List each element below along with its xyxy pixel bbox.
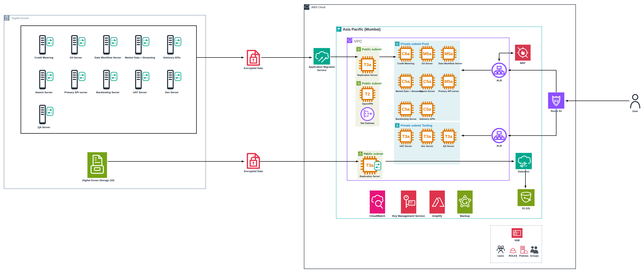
- datasync-label: Datasync: [509, 170, 538, 173]
- instance-type-label: C5a: [420, 74, 435, 89]
- encrypted-data-icon: [246, 153, 261, 169]
- iam-label: IAM: [502, 239, 532, 242]
- public-subnet-label: Public subnet: [362, 82, 382, 85]
- server-name: Advisory APIs: [157, 56, 187, 59]
- instance-name: Dev Server: [417, 145, 437, 148]
- nat-gateway-icon: [360, 107, 375, 121]
- cpu-chip-icon: M5a: [441, 46, 456, 61]
- public-subnet-label: Public subnet: [362, 48, 382, 51]
- ec2-instance-node: C5a Market Data + Streaming: [396, 74, 416, 93]
- s3-node: S3 (10): [511, 189, 541, 210]
- do-server-node: Market Data + Streaming: [125, 35, 155, 59]
- server-name: Primary API server: [61, 91, 91, 94]
- do-server-node: Primary API server: [61, 70, 91, 94]
- iam-node: IAM: [502, 228, 532, 242]
- do-server-node: UAT Server: [125, 70, 155, 94]
- s3-label: S3 (10): [511, 207, 541, 210]
- digital-ocean-label: Digital-Ocean: [12, 16, 29, 20]
- public-subnet-top: Public subnet T3a Replication Server: [356, 46, 380, 85]
- instance-type-label: M5a: [420, 46, 435, 61]
- iam-users-label: users: [494, 254, 507, 258]
- replication-server-node: T3a Replication Server: [357, 56, 378, 77]
- route53-icon: 53: [548, 92, 564, 109]
- encrypted-data-label: Encrypted Data: [238, 170, 268, 173]
- instance-name: Git Server: [417, 62, 437, 65]
- user-node: User: [620, 93, 644, 113]
- roles-hat-icon: [508, 247, 518, 254]
- waf-icon: [515, 45, 530, 61]
- do-server-node: Data Workflow Server: [93, 35, 123, 59]
- public-subnet-lock-icon: [356, 81, 361, 85]
- ec2-instance-node: T3a QA Server: [438, 129, 459, 148]
- cpu-chip-icon: T3a: [420, 129, 435, 144]
- region-flag-icon: [336, 27, 342, 32]
- groups-icon: [530, 246, 539, 254]
- alb-icon: [491, 62, 507, 78]
- server-icon: [130, 35, 150, 55]
- cpu-chip-icon: C5a: [420, 74, 435, 89]
- ec2-instance-node: C5a Backtesting Server: [396, 101, 416, 120]
- instance-name: Market Data + Streaming: [396, 90, 416, 93]
- route53-label: Route 53: [541, 109, 571, 113]
- svg-text:53: 53: [554, 99, 558, 103]
- instance-name: Replication Server: [357, 175, 383, 178]
- do-server-node: Git Server: [61, 35, 91, 59]
- encrypted-data-bottom-node: Encrypted Data: [238, 153, 268, 173]
- instance-type-label: T3a: [398, 129, 414, 144]
- cpu-chip-icon: M5a: [420, 46, 435, 61]
- private-subnet-prod-label: Private subnet Prod: [400, 42, 429, 46]
- waf-label: WAF: [508, 61, 538, 65]
- do-storage-label: Digital Ocean Storage (10): [82, 179, 112, 182]
- alb-top-node: ALB: [484, 62, 514, 82]
- server-icon: [162, 70, 182, 90]
- datasync-icon: [516, 153, 532, 169]
- instance-type-label: T3a: [359, 56, 376, 73]
- exchange-arrows-icon: [174, 37, 182, 46]
- ec2-instance-node: T3a Dev Server: [417, 129, 437, 148]
- exchange-arrows-icon: [110, 37, 118, 46]
- do-server-node: Backtesting Server: [93, 70, 123, 94]
- instance-name: Credit Metering: [396, 62, 416, 65]
- ec2-instance-node: T3a UAT Server: [396, 129, 416, 148]
- public-subnet-lock-icon: [358, 152, 362, 156]
- architecture-diagram: Digital-Ocean Credit Metering: [0, 0, 644, 274]
- do-server-node: Swarm Server: [29, 70, 59, 94]
- private-subnet-testing-label: Private subnet Testing: [400, 124, 432, 127]
- private-subnet-testing: Private subnet Testing T3a UAT Server: [394, 122, 460, 164]
- vpc-icon: [347, 38, 352, 43]
- users-icon: [496, 245, 505, 254]
- exchange-arrows-icon: [110, 72, 118, 81]
- backup-label: Backup: [447, 214, 482, 218]
- server-icon: [98, 35, 118, 55]
- cpu-chip-icon: T3a: [398, 129, 414, 144]
- instance-type-label: M5a: [441, 46, 456, 61]
- route53-node: 53 Route 53: [541, 92, 571, 113]
- ec2-instance-node: M5a Data Workflow Server: [438, 46, 459, 65]
- cpu-chip-icon: C5a: [398, 74, 414, 89]
- user-icon: [630, 93, 641, 109]
- cpu-chip-icon: C6a: [398, 46, 414, 61]
- exchange-arrows-icon: [174, 72, 182, 81]
- public-subnet-bottom: Public subnet T3a: [357, 150, 382, 179]
- exchange-arrows-icon: [46, 107, 54, 116]
- server-name: Data Workflow Server: [93, 56, 123, 59]
- datasync-node: Datasync: [509, 153, 538, 173]
- iam-roles-node: ROLES: [507, 247, 519, 258]
- private-subnet-lock-icon: [395, 123, 400, 128]
- iam-roles-label: ROLES: [507, 254, 519, 258]
- cpu-chip-icon: M5a: [441, 74, 456, 89]
- cpu-chip-icon: T3a: [359, 56, 376, 73]
- server-name: Market Data + Streaming: [125, 56, 155, 59]
- cloudwatch-icon: [370, 191, 385, 214]
- instance-name: OpenVPN: [357, 103, 378, 105]
- encrypted-data-top-node: Encrypted Data: [238, 50, 268, 70]
- do-storage-node: Digital Ocean Storage (10): [82, 152, 112, 182]
- alb-icon: [491, 128, 507, 143]
- application-migration-service-label: Application Migration Service: [307, 65, 337, 72]
- do-storage-icon: [88, 152, 107, 178]
- instance-name: Primary API server: [438, 90, 459, 93]
- instance-type-label: T3a: [420, 129, 435, 144]
- do-server-node: QA Server: [29, 105, 59, 129]
- instance-name: UAT Server: [396, 145, 416, 148]
- alb-label: ALB: [484, 79, 514, 82]
